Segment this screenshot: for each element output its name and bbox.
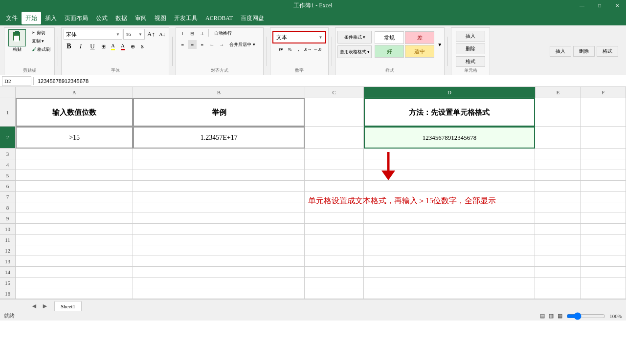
cell-d15[interactable]	[364, 278, 536, 288]
format-button[interactable]: 格式	[456, 56, 485, 67]
maximize-button[interactable]: □	[591, 0, 608, 11]
menu-baidu[interactable]: 百度网盘	[237, 12, 268, 24]
cell-d11[interactable]	[364, 235, 536, 245]
cell-a10[interactable]	[16, 224, 133, 235]
align-middle-button[interactable]: ⊟	[188, 29, 197, 38]
row-header-6[interactable]: 6	[0, 181, 16, 192]
style-good[interactable]: 好	[375, 45, 404, 58]
wrap-text-button[interactable]: 自动换行	[211, 29, 235, 38]
cell-d9[interactable]	[364, 213, 536, 224]
cell-a5[interactable]	[16, 170, 133, 181]
row-header-2[interactable]: 2	[0, 127, 16, 149]
cell-e13[interactable]	[535, 256, 581, 267]
percent-button[interactable]: %	[286, 45, 294, 53]
cell-f11[interactable]	[581, 235, 626, 245]
insert-button[interactable]: 插入	[456, 31, 485, 42]
number-format-dropdown[interactable]: 文本 ▼	[272, 31, 326, 43]
row-header-3[interactable]: 3	[0, 149, 16, 159]
comma-button[interactable]: ,	[295, 45, 303, 53]
align-bottom-button[interactable]: ⊥	[198, 29, 206, 38]
row-header-12[interactable]: 12	[0, 245, 16, 256]
cell-a16[interactable]	[16, 288, 133, 299]
format-painter-button[interactable]: 🖌 格式刷	[30, 45, 52, 53]
cell-a7[interactable]	[16, 192, 133, 202]
cell-a14[interactable]	[16, 267, 133, 278]
cell-a13[interactable]	[16, 256, 133, 267]
formula-input[interactable]	[36, 76, 624, 86]
align-right-button[interactable]: ≡	[198, 40, 206, 49]
cell-f16[interactable]	[581, 288, 626, 299]
cell-d8[interactable]	[364, 202, 536, 213]
insert-right-button[interactable]: 插入	[550, 46, 571, 57]
col-header-b[interactable]: B	[133, 87, 305, 98]
cell-d12[interactable]	[364, 245, 536, 256]
merge-center-button[interactable]: 合并后居中 ▾	[227, 39, 261, 50]
view-normal-button[interactable]: ▤	[540, 313, 545, 319]
conditional-format-button[interactable]: 条件格式 ▾	[337, 31, 372, 43]
copy-button[interactable]: 复制 ▾	[30, 37, 52, 45]
border-button[interactable]: ⊞	[99, 42, 108, 51]
cell-b12[interactable]	[133, 245, 305, 256]
cell-a12[interactable]	[16, 245, 133, 256]
cell-c4[interactable]	[305, 159, 363, 170]
row-header-5[interactable]: 5	[0, 170, 16, 181]
cell-b3[interactable]	[133, 149, 305, 159]
cell-c16[interactable]	[305, 288, 363, 299]
row-header-11[interactable]: 11	[0, 235, 16, 245]
cell-e3[interactable]	[535, 149, 581, 159]
strikethrough-button[interactable]: S	[138, 42, 147, 51]
menu-review[interactable]: 审阅	[131, 12, 151, 24]
cell-a6[interactable]	[16, 181, 133, 192]
cell-c5[interactable]	[305, 170, 363, 181]
col-header-c[interactable]: C	[305, 87, 364, 98]
cell-a11[interactable]	[16, 235, 133, 245]
cell-e9[interactable]	[535, 213, 581, 224]
col-header-e[interactable]: E	[536, 87, 581, 98]
sheet-tab-sheet1[interactable]: Sheet1	[54, 301, 82, 311]
decrease-decimal-button[interactable]: ←.0	[313, 45, 322, 53]
cell-c2[interactable]	[305, 127, 363, 149]
font-smaller-button[interactable]: A↓	[157, 30, 167, 39]
currency-button[interactable]: ¥▾	[277, 45, 285, 53]
view-page-break-button[interactable]: ▦	[558, 313, 562, 319]
menu-developer[interactable]: 开发工具	[170, 12, 201, 24]
paste-button[interactable]: 粘贴	[6, 29, 28, 53]
increase-decimal-button[interactable]: .0→	[304, 45, 313, 53]
cell-e8[interactable]	[535, 202, 581, 213]
delete-right-button[interactable]: 删除	[573, 46, 595, 57]
zoom-slider[interactable]	[566, 312, 605, 320]
cell-c13[interactable]	[305, 256, 363, 267]
row-header-7[interactable]: 7	[0, 192, 16, 202]
cell-a8[interactable]	[16, 202, 133, 213]
menu-file[interactable]: 文件	[2, 12, 22, 24]
decrease-indent-button[interactable]: ←	[207, 40, 216, 49]
cell-d6[interactable]	[364, 181, 536, 192]
cell-c10[interactable]	[305, 224, 363, 235]
cell-name-box[interactable]: D2	[2, 76, 31, 86]
cell-b13[interactable]	[133, 256, 305, 267]
menu-home[interactable]: 开始	[22, 12, 41, 24]
menu-page-layout[interactable]: 页面布局	[61, 12, 92, 24]
bold-button[interactable]: B	[64, 42, 74, 51]
font-name-dropdown[interactable]: 宋体 ▼	[64, 29, 122, 40]
cell-d3[interactable]	[364, 149, 536, 159]
cell-b6[interactable]	[133, 181, 305, 192]
font-size-dropdown[interactable]: 16 ▼	[123, 29, 145, 40]
cell-d7[interactable]	[364, 192, 536, 202]
cell-b15[interactable]	[133, 278, 305, 288]
row-header-8[interactable]: 8	[0, 202, 16, 213]
format-right-button[interactable]: 格式	[597, 46, 618, 57]
cell-d14[interactable]	[364, 267, 536, 278]
cell-c9[interactable]	[305, 213, 363, 224]
cell-b10[interactable]	[133, 224, 305, 235]
cell-f12[interactable]	[581, 245, 626, 256]
cell-a15[interactable]	[16, 278, 133, 288]
cell-c8[interactable]	[305, 202, 363, 213]
cell-e1[interactable]	[535, 98, 581, 127]
underline-button[interactable]: U	[87, 42, 98, 51]
cell-b11[interactable]	[133, 235, 305, 245]
cell-f14[interactable]	[581, 267, 626, 278]
cell-b4[interactable]	[133, 159, 305, 170]
font-color-button[interactable]: A	[118, 42, 127, 51]
cell-a1[interactable]: 输入数值位数	[16, 98, 133, 127]
